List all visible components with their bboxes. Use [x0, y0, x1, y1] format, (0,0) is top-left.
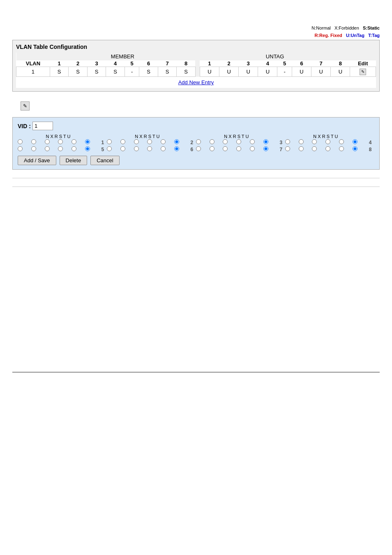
radio-port3-S[interactable]: [236, 139, 241, 144]
radio-p5-s[interactable]: [58, 146, 71, 152]
radio-p3-t[interactable]: [250, 139, 263, 145]
radio-p3-n[interactable]: [196, 139, 210, 145]
radio-p1-x[interactable]: [31, 139, 45, 145]
radio-p3-r[interactable]: [223, 139, 236, 145]
radio-p6-n[interactable]: [107, 146, 120, 152]
radio-p7-n[interactable]: [196, 146, 210, 152]
radio-port8-X[interactable]: [299, 146, 304, 151]
radio-p6-u[interactable]: [174, 146, 188, 152]
radio-p8-x[interactable]: [299, 146, 312, 152]
radio-p4-t[interactable]: [339, 139, 353, 145]
radio-p8-u[interactable]: [353, 146, 366, 152]
radio-port6-T[interactable]: [161, 146, 166, 151]
edit-pencil-small[interactable]: ✎: [21, 101, 30, 111]
radio-p7-s[interactable]: [236, 146, 250, 152]
radio-port7-R[interactable]: [223, 146, 228, 151]
radio-p2-u[interactable]: [174, 139, 188, 145]
radio-p8-n[interactable]: [285, 146, 299, 152]
edit-cell[interactable]: ✎: [350, 67, 376, 77]
radio-p1-s[interactable]: [58, 139, 71, 145]
radio-port6-X[interactable]: [120, 146, 125, 151]
radio-port2-T[interactable]: [161, 139, 166, 144]
radio-port3-R[interactable]: [223, 139, 228, 144]
radio-p5-n[interactable]: [18, 146, 31, 152]
radio-port5-X[interactable]: [31, 146, 36, 151]
radio-p4-x[interactable]: [299, 139, 312, 145]
delete-button[interactable]: Delete: [60, 156, 88, 165]
radio-p7-x[interactable]: [210, 146, 223, 152]
radio-p2-r[interactable]: [134, 139, 148, 145]
radio-p5-t[interactable]: [71, 146, 85, 152]
radio-port2-R[interactable]: [134, 139, 139, 144]
radio-port8-R[interactable]: [312, 146, 317, 151]
radio-port4-R[interactable]: [312, 139, 317, 144]
radio-port7-N[interactable]: [196, 146, 201, 151]
radio-p2-s[interactable]: [147, 139, 161, 145]
radio-port1-N[interactable]: [18, 139, 23, 144]
radio-p3-s[interactable]: [236, 139, 250, 145]
radio-port7-S[interactable]: [236, 146, 241, 151]
radio-port1-T[interactable]: [71, 139, 76, 144]
radio-port6-N[interactable]: [107, 146, 112, 151]
radio-port3-N[interactable]: [196, 139, 201, 144]
radio-p1-n[interactable]: [18, 139, 31, 145]
radio-port1-U[interactable]: [85, 139, 90, 144]
radio-p8-r[interactable]: [312, 146, 325, 152]
radio-port8-U[interactable]: [353, 146, 357, 151]
radio-p4-u[interactable]: [353, 139, 366, 145]
radio-port5-U[interactable]: [85, 146, 90, 151]
radio-port5-S[interactable]: [58, 146, 63, 151]
radio-port8-S[interactable]: [325, 146, 330, 151]
radio-p6-s[interactable]: [147, 146, 161, 152]
radio-port1-R[interactable]: [45, 139, 50, 144]
radio-port1-S[interactable]: [58, 139, 63, 144]
radio-port4-X[interactable]: [299, 139, 304, 144]
radio-port4-N[interactable]: [285, 139, 290, 144]
radio-port6-U[interactable]: [174, 146, 179, 151]
radio-port8-T[interactable]: [339, 146, 344, 151]
radio-p2-x[interactable]: [120, 139, 134, 145]
radio-port2-U[interactable]: [174, 139, 179, 144]
add-new-entry-link[interactable]: Add New Entry: [178, 79, 214, 85]
radio-port6-R[interactable]: [134, 146, 139, 151]
radio-port5-R[interactable]: [45, 146, 50, 151]
radio-p1-r[interactable]: [45, 139, 58, 145]
radio-p4-r[interactable]: [312, 139, 325, 145]
radio-port3-X[interactable]: [210, 139, 214, 144]
radio-p7-t[interactable]: [250, 146, 263, 152]
radio-port4-S[interactable]: [325, 139, 330, 144]
radio-port7-T[interactable]: [250, 146, 255, 151]
radio-p2-t[interactable]: [161, 139, 174, 145]
radio-p6-x[interactable]: [120, 146, 134, 152]
radio-port7-U[interactable]: [263, 146, 268, 151]
radio-port7-X[interactable]: [210, 146, 214, 151]
radio-port2-X[interactable]: [120, 139, 125, 144]
radio-p4-n[interactable]: [285, 139, 299, 145]
radio-port4-U[interactable]: [353, 139, 357, 144]
radio-port2-N[interactable]: [107, 139, 112, 144]
radio-port5-T[interactable]: [71, 146, 76, 151]
vid-input[interactable]: [32, 122, 53, 130]
edit-pencil-icon[interactable]: ✎: [360, 69, 366, 75]
radio-port2-S[interactable]: [147, 139, 152, 144]
radio-port4-T[interactable]: [339, 139, 344, 144]
radio-p6-t[interactable]: [161, 146, 174, 152]
radio-port1-X[interactable]: [31, 139, 36, 144]
radio-p1-t[interactable]: [71, 139, 85, 145]
radio-port8-N[interactable]: [285, 146, 290, 151]
radio-port3-T[interactable]: [250, 139, 255, 144]
radio-p5-r[interactable]: [45, 146, 58, 152]
radio-p8-s[interactable]: [325, 146, 339, 152]
radio-port3-U[interactable]: [263, 139, 268, 144]
radio-p4-s[interactable]: [325, 139, 339, 145]
radio-port6-S[interactable]: [147, 146, 152, 151]
radio-p5-x[interactable]: [31, 146, 45, 152]
radio-p5-u[interactable]: [85, 146, 99, 152]
radio-p2-n[interactable]: [107, 139, 120, 145]
radio-p8-t[interactable]: [339, 146, 353, 152]
radio-p1-u[interactable]: [85, 139, 99, 145]
cancel-button[interactable]: Cancel: [90, 156, 119, 165]
radio-p6-r[interactable]: [134, 146, 148, 152]
add-save-button[interactable]: Add / Save: [18, 156, 56, 165]
radio-p3-u[interactable]: [263, 139, 277, 145]
